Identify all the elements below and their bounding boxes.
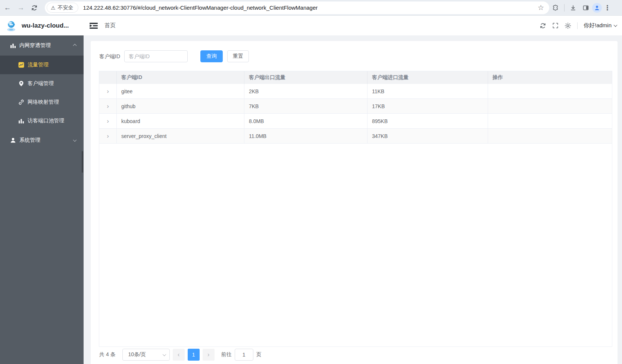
reset-button[interactable]: 重置 — [227, 50, 249, 62]
total-count: 共 4 条 — [99, 351, 116, 358]
forward-icon[interactable]: → — [15, 2, 27, 14]
extensions-icon[interactable] — [549, 1, 562, 14]
goto-unit-label: 页 — [256, 351, 262, 358]
sidebar-group-intranet[interactable]: 内网穿透管理 — [0, 35, 84, 56]
sidebar-item-client-manage[interactable]: 客户端管理 — [0, 74, 84, 93]
pagination: 共 4 条 10条/页 ‹ 1 › 前往 页 — [99, 349, 262, 361]
back-icon[interactable]: ← — [1, 2, 13, 14]
security-label: 不安全 — [58, 4, 74, 11]
chevron-down-icon — [162, 352, 166, 356]
refresh-icon[interactable] — [540, 22, 546, 29]
expand-column-header — [99, 71, 117, 84]
client-id-input[interactable] — [124, 50, 188, 62]
cell-out-flow: 11.0MB — [244, 129, 368, 143]
warning-icon: ⚠ — [51, 5, 56, 11]
sidebar-item-label: 网络映射管理 — [28, 99, 59, 106]
goto-label: 前往 — [221, 351, 232, 358]
cell-client-id: gitee — [117, 84, 244, 98]
chevron-down-icon — [73, 138, 77, 142]
cell-operations — [488, 129, 612, 143]
prev-page-button[interactable]: ‹ — [173, 349, 185, 361]
cell-client-id: server_proxy_client — [117, 129, 244, 143]
sidebar: 内网穿透管理 流量管理 客户端管理 网络映射管理 — [0, 35, 84, 364]
expand-row-icon[interactable]: › — [107, 133, 109, 139]
cell-operations — [488, 84, 612, 98]
bar-chart-icon — [10, 42, 16, 49]
cell-in-flow: 17KB — [368, 99, 488, 113]
expand-row-icon[interactable]: › — [107, 88, 109, 94]
column-header: 操作 — [488, 71, 612, 84]
cell-out-flow: 8.0MB — [244, 114, 368, 128]
table-row: › gitee 2KB 11KB — [99, 84, 612, 99]
column-header: 客户端出口流量 — [244, 71, 368, 84]
reload-icon[interactable] — [28, 2, 40, 14]
sidebar-group-system[interactable]: 系统管理 — [0, 130, 84, 150]
sidebar-item-label: 访客端口池管理 — [28, 117, 64, 124]
location-pin-icon — [18, 80, 25, 87]
sidebar-item-flow-manage[interactable]: 流量管理 — [0, 56, 84, 74]
bookmark-star-icon[interactable]: ☆ — [535, 3, 546, 12]
security-badge[interactable]: ⚠ 不安全 — [47, 3, 78, 13]
cell-in-flow: 895KB — [368, 114, 488, 128]
next-page-button[interactable]: › — [203, 349, 215, 361]
query-button[interactable]: 查询 — [200, 50, 223, 62]
page-1-button[interactable]: 1 — [188, 349, 200, 361]
chevron-down-icon — [614, 23, 618, 27]
profile-avatar[interactable] — [592, 3, 602, 13]
histogram-icon — [18, 117, 25, 124]
page-size-value: 10条/页 — [128, 351, 146, 358]
page-right-gutter — [618, 35, 622, 364]
address-bar[interactable]: ⚠ 不安全 124.222.48.62:30776/#/cloud_networ… — [45, 1, 549, 14]
expand-row-icon[interactable]: › — [107, 103, 109, 109]
sidebar-item-label: 客户端管理 — [28, 80, 54, 87]
cell-client-id: kuboard — [117, 114, 244, 128]
trend-chart-icon — [18, 62, 25, 68]
flow-table: 客户端ID 客户端出口流量 客户端进口流量 操作 › gitee 2KB 11K… — [99, 71, 612, 347]
column-header: 客户端ID — [117, 71, 244, 84]
table-row: › kuboard 8.0MB 895KB — [99, 114, 612, 129]
link-icon — [18, 99, 25, 106]
cell-client-id: github — [117, 99, 244, 113]
toolbar-separator — [564, 4, 565, 12]
theme-settings-icon[interactable] — [565, 22, 571, 29]
fullscreen-icon[interactable] — [552, 22, 559, 29]
cell-operations — [488, 114, 612, 128]
cell-in-flow: 11KB — [368, 84, 488, 98]
cell-out-flow: 2KB — [244, 84, 368, 98]
cell-in-flow: 347KB — [368, 129, 488, 143]
chevron-up-icon — [73, 44, 77, 47]
browser-toolbar: ← → ⚠ 不安全 124.222.48.62:30776/#/cloud_ne… — [0, 0, 622, 16]
browser-menu-icon[interactable]: ⋮ — [602, 4, 615, 12]
table-row: › server_proxy_client 11.0MB 347KB — [99, 129, 612, 144]
header-separator — [577, 22, 578, 29]
sidebar-item-label: 流量管理 — [28, 62, 49, 68]
main-area: 客户端ID 查询 重置 客户端ID 客户端出口流量 客户端进口流量 操作 › g… — [84, 35, 622, 364]
greeting-text: 你好!admin — [584, 22, 612, 29]
column-header: 客户端进口流量 — [368, 71, 488, 84]
cell-out-flow: 7KB — [244, 99, 368, 113]
download-icon[interactable] — [567, 1, 579, 14]
sidebar-group-label: 内网穿透管理 — [19, 42, 51, 49]
sidebar-group-label: 系统管理 — [19, 137, 40, 144]
goto-page-input[interactable] — [235, 349, 253, 361]
search-field-label: 客户端ID — [99, 50, 120, 62]
app-header: wu-lazy-cloud... 首页 — [0, 16, 622, 35]
url-text[interactable]: 124.222.48.62:30776/#/cloud_network-Clie… — [83, 4, 535, 11]
sidebar-item-visitor-port-pool[interactable]: 访客端口池管理 — [0, 112, 84, 130]
sidebar-item-network-mapping[interactable]: 网络映射管理 — [0, 93, 84, 112]
app-logo-icon — [5, 20, 17, 32]
cell-operations — [488, 99, 612, 113]
table-row: › github 7KB 17KB — [99, 99, 612, 114]
side-panel-icon[interactable] — [579, 1, 592, 14]
sidebar-fold-icon[interactable] — [90, 22, 98, 29]
table-header-row: 客户端ID 客户端出口流量 客户端进口流量 操作 — [99, 71, 612, 84]
expand-row-icon[interactable]: › — [107, 118, 109, 124]
user-menu[interactable]: 你好!admin — [584, 22, 617, 29]
page-size-select[interactable]: 10条/页 — [122, 349, 170, 361]
content-panel: 客户端ID 查询 重置 客户端ID 客户端出口流量 客户端进口流量 操作 › g… — [91, 41, 618, 364]
app-title: wu-lazy-cloud... — [22, 22, 86, 29]
sidebar-scrollbar[interactable] — [82, 151, 83, 173]
user-icon — [10, 137, 16, 144]
breadcrumb[interactable]: 首页 — [104, 22, 116, 29]
